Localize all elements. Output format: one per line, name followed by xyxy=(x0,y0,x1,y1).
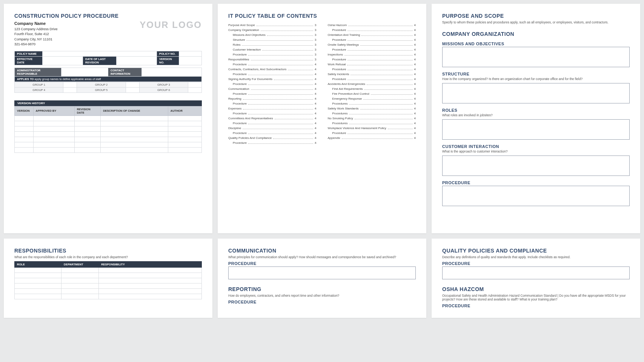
missions-box[interactable] xyxy=(442,47,630,67)
group-3-blank[interactable] xyxy=(188,82,201,87)
toc-entry[interactable]: Procedure4 xyxy=(328,37,416,42)
toc-entry[interactable]: Emergency Response4 xyxy=(328,96,416,101)
toc-entry[interactable]: Procedure4 xyxy=(328,47,416,52)
toc-entry[interactable]: Procedure4 xyxy=(328,28,416,32)
table-row[interactable] xyxy=(15,278,202,283)
toc-col-left: Purpose And Scope3Company Organization3M… xyxy=(228,23,317,145)
table-row[interactable] xyxy=(15,289,202,294)
toc-entry[interactable]: Committees And Representatives4 xyxy=(228,116,317,121)
table-row[interactable] xyxy=(15,142,202,147)
toc-entry[interactable]: Safety Incidents4 xyxy=(328,72,416,77)
toc-entry[interactable]: Procedure4 xyxy=(228,131,317,136)
toc-entry[interactable]: Procedure4 xyxy=(228,91,317,96)
group-1-blank[interactable] xyxy=(63,82,77,87)
toc-entry[interactable]: Procedures4 xyxy=(328,101,416,106)
val-policy-no[interactable] xyxy=(179,51,202,56)
table-row[interactable] xyxy=(15,268,202,273)
vh-h-approved: APPROVED BY xyxy=(33,106,74,116)
toc-entry[interactable]: Procedure4 xyxy=(228,82,317,86)
toc-entry[interactable]: Communication4 xyxy=(228,86,317,91)
toc-entry[interactable]: Procedure4 xyxy=(228,111,317,116)
cust-box[interactable] xyxy=(442,156,630,176)
applies-to-label: APPLIES TO xyxy=(17,77,34,81)
toc-entry[interactable]: Customer Interaction3 xyxy=(228,47,317,52)
lbl-admin: ADMINISTRATOR RESPONSIBLE xyxy=(15,68,61,76)
toc-entry[interactable]: Workplace Violence And Harassment Policy… xyxy=(328,126,416,131)
table-row[interactable] xyxy=(15,294,202,299)
toc-entry[interactable]: Procedure4 xyxy=(328,67,416,72)
group-1[interactable]: GROUP 1 xyxy=(15,82,63,87)
group-6[interactable]: GROUP 6 xyxy=(139,87,188,92)
toc-entry[interactable]: Onsite Safety Meetings4 xyxy=(328,42,416,47)
group-5-blank[interactable] xyxy=(126,87,139,92)
roles-box[interactable] xyxy=(442,119,630,140)
toc-entry[interactable]: Procedure4 xyxy=(228,140,317,145)
toc-entry[interactable]: Procedure4 xyxy=(328,131,416,136)
table-row[interactable] xyxy=(15,121,202,126)
group-4-blank[interactable] xyxy=(63,87,77,92)
lbl-version-no: VERSION NO. xyxy=(157,56,179,65)
toc-entry[interactable]: Orientation And Training4 xyxy=(328,32,416,37)
group-5[interactable]: GROUP 5 xyxy=(77,87,126,92)
toc-entry[interactable]: Procedures4 xyxy=(328,121,416,126)
table-row[interactable] xyxy=(15,273,202,278)
toc-entry[interactable]: Procedure3 xyxy=(228,52,317,57)
val-contact[interactable] xyxy=(142,68,202,76)
toc-entry[interactable]: Discipline4 xyxy=(228,126,317,131)
toc-entry[interactable]: Roles3 xyxy=(228,42,317,47)
table-row[interactable] xyxy=(15,126,202,131)
toc-entry[interactable]: Missions And Objectives3 xyxy=(228,32,317,37)
toc-entry[interactable]: Purpose And Scope3 xyxy=(228,23,317,28)
toc-entry[interactable]: Inspections4 xyxy=(328,52,416,57)
toc-entry[interactable]: Responsibilities3 xyxy=(228,57,317,62)
table-row[interactable] xyxy=(15,116,202,121)
table-row[interactable] xyxy=(15,137,202,142)
qpc-proc-box[interactable] xyxy=(442,266,630,279)
doc-title: CONSTRUCTION POLICY PROCEDURE xyxy=(14,13,118,19)
group-2-blank[interactable] xyxy=(126,82,139,87)
toc-entry[interactable]: Work Refusal4 xyxy=(328,62,416,67)
comm-proc-box[interactable] xyxy=(228,266,416,279)
toc-entry[interactable]: Fire Prevention And Control4 xyxy=(328,91,416,96)
toc-entry[interactable]: Reporting4 xyxy=(228,96,317,101)
toc-entry[interactable]: Safety Work Standards4 xyxy=(328,106,416,111)
toc-entry[interactable]: Expenses4 xyxy=(228,106,317,111)
logo-placeholder: YOUR LOGO xyxy=(140,20,202,30)
toc-entry[interactable]: Procedure4 xyxy=(228,72,317,77)
proc-box[interactable] xyxy=(442,186,630,206)
val-last-revision[interactable] xyxy=(117,56,157,65)
structure-box[interactable] xyxy=(442,83,630,103)
group-3[interactable]: GROUP 3 xyxy=(139,82,188,87)
val-version-no[interactable] xyxy=(179,56,202,65)
val-policy-name[interactable] xyxy=(43,51,157,56)
version-history-caption: VERSION HISTORY xyxy=(14,100,202,106)
table-row[interactable] xyxy=(15,283,202,289)
toc-entry[interactable]: Procedure4 xyxy=(228,62,317,67)
toc-entry[interactable]: Contracts, Contractors, And Subcontracto… xyxy=(228,67,317,72)
group-4[interactable]: GROUP 4 xyxy=(15,87,63,92)
toc-col-right: Osha Hazcom4Procedure4Orientation And Tr… xyxy=(328,23,416,145)
group-6-blank[interactable] xyxy=(188,87,201,92)
toc-entry[interactable]: Appendix4 xyxy=(328,136,416,140)
osha-desc: Occupational Safety and Health Administr… xyxy=(442,294,630,301)
toc-entry[interactable]: Procedure4 xyxy=(228,121,317,126)
table-row[interactable] xyxy=(15,131,202,137)
val-effective-date[interactable] xyxy=(43,56,83,65)
table-row[interactable] xyxy=(15,147,202,153)
toc-entry[interactable]: Structure3 xyxy=(228,37,317,42)
toc-entry[interactable]: Signing Authority For Documents4 xyxy=(228,77,317,82)
toc-entry[interactable]: Procedure4 xyxy=(328,57,416,62)
toc-entry[interactable]: Procedure4 xyxy=(228,101,317,106)
toc-entry[interactable]: First Aid Requirements4 xyxy=(328,86,416,91)
toc-entry[interactable]: No Smoking Policy4 xyxy=(328,116,416,121)
toc-entry[interactable]: Accidents And Emergencies4 xyxy=(328,82,416,86)
toc-entry[interactable]: Procedure4 xyxy=(328,77,416,82)
toc-entry[interactable]: Quality Policies And Compliance4 xyxy=(228,136,317,140)
val-admin[interactable] xyxy=(61,68,108,76)
toc-entry[interactable]: Osha Hazcom4 xyxy=(328,23,416,28)
group-2[interactable]: GROUP 2 xyxy=(77,82,126,87)
toc-entry[interactable]: Procedures4 xyxy=(328,111,416,116)
page-cover: CONSTRUCTION POLICY PROCEDURE Company Na… xyxy=(4,4,212,233)
toc-entry[interactable]: Company Organization3 xyxy=(228,28,317,32)
structure-title: STRUCTURE xyxy=(442,72,630,76)
